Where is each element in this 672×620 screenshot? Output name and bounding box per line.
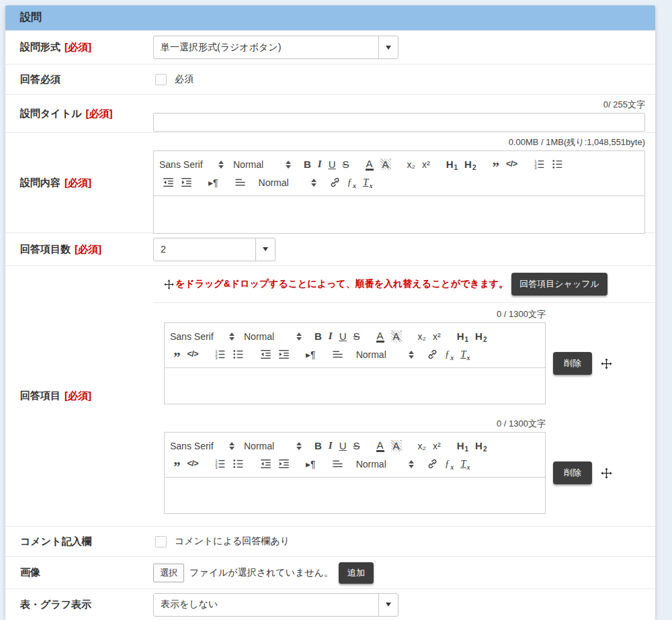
delete-answer-item-button[interactable]: 削除	[553, 461, 592, 484]
font-picker[interactable]: Sans Serif	[170, 441, 235, 451]
toolbar-group-header: H1H2	[454, 438, 491, 454]
code-block-button[interactable]: </>	[184, 456, 202, 472]
question-format-select[interactable]: 単一選択形式(ラジオボタン)	[153, 36, 398, 59]
strike-button[interactable]: S	[350, 438, 364, 454]
ordered-list-button[interactable]	[211, 347, 229, 363]
file-select-button[interactable]: 選択	[153, 564, 184, 582]
answer-item-count-select[interactable]: 2	[153, 238, 276, 261]
answer-item-edit-area[interactable]	[165, 478, 545, 513]
question-body-edit-area[interactable]	[154, 196, 644, 233]
header2-button[interactable]: H2	[472, 438, 490, 454]
blockquote-button[interactable]: ”	[489, 157, 503, 173]
underline-button[interactable]: U	[325, 157, 339, 173]
toolbar-group-basic: BIUS	[311, 328, 364, 345]
clean-format-button[interactable]: Tx	[457, 456, 473, 472]
blockquote-button[interactable]: ”	[170, 347, 184, 363]
background-color-button[interactable]: A	[388, 438, 405, 454]
bold-button[interactable]: B	[300, 157, 314, 173]
question-title-input[interactable]	[153, 113, 645, 132]
indent-button[interactable]	[275, 347, 293, 363]
toolbar-group-list	[211, 347, 247, 363]
underline-button[interactable]: U	[336, 438, 350, 454]
background-color-button[interactable]: A	[388, 328, 405, 345]
editor-toolbar: Sans SerifNormalBIUSAAx₂x²H1H2”</>▸¶Norm…	[165, 323, 545, 368]
link-button[interactable]	[423, 347, 442, 363]
direction-button[interactable]: ▸¶	[205, 175, 222, 191]
clean-format-button[interactable]: Tx	[360, 175, 376, 191]
header1-button[interactable]: H1	[454, 328, 472, 345]
direction-button[interactable]: ▸¶	[302, 456, 319, 472]
delete-answer-item-button[interactable]: 削除	[553, 352, 592, 375]
header1-button[interactable]: H1	[454, 438, 472, 454]
text-color-button[interactable]: A	[362, 157, 377, 173]
bullet-list-button[interactable]	[229, 347, 247, 363]
blockquote-button[interactable]: ”	[170, 456, 184, 472]
align-button[interactable]	[329, 456, 347, 472]
background-color-button[interactable]: A	[377, 157, 394, 173]
dropdown-arrow-icon[interactable]	[378, 594, 398, 616]
answer-item-edit-area[interactable]	[165, 368, 545, 404]
indent-button[interactable]	[275, 456, 293, 472]
subscript-button[interactable]: x₂	[415, 438, 429, 454]
toolbar-group-indent	[257, 456, 293, 472]
code-block-button[interactable]: </>	[184, 347, 202, 363]
ordered-list-button[interactable]	[211, 456, 229, 472]
size-picker[interactable]: Normal	[244, 331, 302, 342]
indent-button[interactable]	[177, 175, 196, 191]
italic-button[interactable]: I	[314, 157, 325, 173]
dropdown-arrow-icon[interactable]	[378, 36, 398, 58]
strike-button[interactable]: S	[339, 157, 353, 173]
formula-button[interactable]: ƒx	[344, 175, 360, 191]
ordered-list-button[interactable]	[530, 157, 548, 173]
superscript-button[interactable]: x²	[429, 438, 444, 454]
outdent-button[interactable]	[257, 456, 275, 472]
chart-display-select[interactable]: 表示をしない	[153, 593, 398, 617]
subscript-button[interactable]: x₂	[415, 328, 429, 345]
toolbar-group-list	[530, 157, 566, 173]
superscript-button[interactable]: x²	[429, 328, 444, 345]
header2-button[interactable]: H2	[461, 157, 479, 173]
lineheight-picker[interactable]: Normal	[259, 177, 317, 188]
bullet-list-button[interactable]	[229, 456, 247, 472]
outdent-button[interactable]	[257, 347, 275, 363]
dropdown-arrow-icon[interactable]	[255, 238, 275, 261]
bold-button[interactable]: B	[311, 328, 325, 345]
font-picker[interactable]: Sans Serif	[170, 331, 235, 342]
strike-button[interactable]: S	[350, 328, 364, 345]
code-block-button[interactable]: </>	[503, 157, 521, 173]
text-color-button[interactable]: A	[373, 438, 388, 454]
panel-title: 設問	[20, 11, 42, 25]
answer-required-checkbox[interactable]	[155, 74, 167, 85]
text-color-button[interactable]: A	[373, 328, 388, 345]
link-button[interactable]	[326, 175, 344, 191]
add-image-button[interactable]: 追加	[339, 562, 374, 584]
size-picker[interactable]: Normal	[233, 159, 291, 170]
direction-button[interactable]: ▸¶	[302, 347, 319, 363]
size-picker[interactable]: Normal	[244, 441, 302, 451]
lineheight-picker[interactable]: Normal	[356, 349, 414, 360]
italic-button[interactable]: I	[325, 328, 336, 345]
formula-button[interactable]: ƒx	[442, 456, 458, 472]
header2-button[interactable]: H2	[472, 328, 490, 345]
subscript-button[interactable]: x₂	[404, 157, 419, 173]
outdent-button[interactable]	[159, 175, 177, 191]
header1-button[interactable]: H1	[443, 157, 461, 173]
bullet-list-button[interactable]	[548, 157, 566, 173]
superscript-button[interactable]: x²	[419, 157, 433, 173]
drag-handle-icon[interactable]	[601, 468, 612, 479]
italic-button[interactable]: I	[325, 438, 336, 454]
font-picker[interactable]: Sans Serif	[159, 159, 224, 170]
shuffle-answer-items-button[interactable]: 回答項目シャッフル	[511, 273, 607, 296]
question-title-label: 設問タイトル	[20, 107, 81, 120]
lineheight-picker[interactable]: Normal	[356, 459, 414, 470]
align-button[interactable]	[329, 347, 347, 363]
comment-field-checkbox[interactable]	[155, 536, 167, 547]
bold-button[interactable]: B	[311, 438, 325, 454]
underline-button[interactable]: U	[336, 328, 350, 345]
drag-handle-icon[interactable]	[601, 358, 612, 369]
align-button[interactable]	[231, 175, 249, 191]
link-button[interactable]	[423, 456, 442, 472]
toolbar-group-script: x₂x²	[404, 157, 433, 173]
clean-format-button[interactable]: Tx	[457, 347, 473, 363]
formula-button[interactable]: ƒx	[442, 347, 458, 363]
